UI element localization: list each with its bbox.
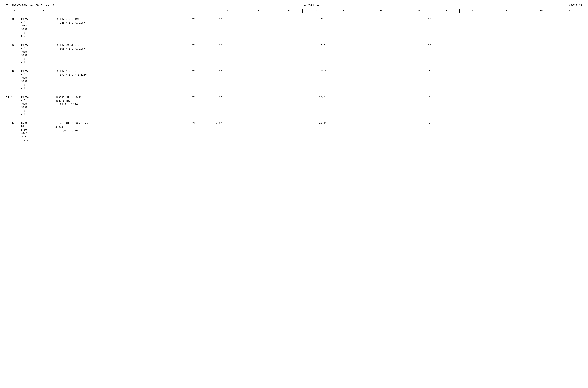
col3-line1: Провод ПВ8-0,66 кВ: [55, 95, 181, 99]
row-col2: I5-09 т.8- -088 ССРСЦ ч.у т.2: [20, 17, 55, 38]
row-number: 40: [6, 69, 20, 72]
row-val13: 80: [412, 17, 447, 20]
col3-line2: 605 х I,2 хI,I26=: [55, 47, 181, 51]
row-val12: -: [389, 43, 412, 46]
row-val6: -: [233, 95, 256, 98]
col3-line1: То же, 8х25+IхI6: [55, 43, 181, 47]
header-right-text: 19463-29: [569, 4, 582, 7]
row-val12: -: [389, 95, 412, 98]
row-val10: -: [343, 69, 366, 72]
table-row: 88 I5-09 т.8- -088 ССРСЦ ч.у т.2 То же, …: [6, 15, 582, 40]
row-col3: Провод ПВ8-0,66 кВ сеч. I мм2 29,5 х I,I…: [55, 95, 182, 106]
table-row: 40 I5-09 т.8- -038 ССРСЦ ч.у, т.2 То же,…: [6, 67, 582, 92]
col-header-7: 7: [303, 9, 330, 13]
row-val10: -: [343, 121, 366, 124]
row-val6: -: [233, 17, 256, 20]
data-rows-container: 88 I5-09 т.8- -088 ССРСЦ ч.у т.2 То же, …: [6, 15, 582, 144]
row-val10: -: [343, 17, 366, 20]
col-header-15: 15: [555, 9, 582, 13]
col-header-6: 6: [275, 9, 303, 13]
row-val9: 8I8: [303, 43, 343, 46]
column-header-table: 1 2 3 4 5 6 7 8 9 10 11 12 13 14 15: [6, 9, 582, 13]
col3-line1: То же, 8 х 6+Iх4: [55, 17, 181, 21]
row-unit: км: [182, 69, 205, 72]
row-col2: I5-09 т.8- -088 ССРСЦ ч.у т.2: [20, 43, 55, 64]
row-col3: То же, 8 х 6+Iх4 245 х I,2 хI,I26=: [55, 17, 182, 25]
row-val8: -: [280, 69, 303, 72]
row-val10: -: [343, 43, 366, 46]
col-header-10: 10: [405, 9, 432, 13]
row-unit: км: [182, 121, 205, 124]
row-val6: -: [233, 43, 256, 46]
row-val11: -: [366, 69, 389, 72]
row-val6: -: [233, 69, 256, 72]
col-header-8: 8: [330, 9, 357, 13]
corner-mark-icon: [6, 4, 8, 7]
table-row: 89 I5-09 т.8- -088 ССРСЦ ч.у т.2 То же, …: [6, 41, 582, 66]
col3-line2: 2 мм2: [55, 125, 181, 129]
row-val11: -: [366, 17, 389, 20]
header-left-text: 908-I-200. Ал.I8.5, нн. 8: [11, 4, 54, 7]
row-val11: -: [366, 43, 389, 46]
row-val10: -: [343, 95, 366, 98]
col3-line1: То же, 4 х 2,5: [55, 69, 181, 73]
row-val5: 0,09: [205, 17, 234, 20]
col-header-12: 12: [459, 9, 487, 13]
col3-line3: 29,5 х I,II6 =: [55, 103, 181, 106]
row-val13: 2: [412, 121, 447, 124]
row-val13: I32: [412, 69, 447, 72]
col-header-9: 9: [357, 9, 405, 13]
header-left: 908-I-200. Ал.I8.5, нн. 8: [6, 4, 54, 7]
header-row: 1 2 3 4 5 6 7 8 9 10 11 12 13 14 15: [6, 9, 582, 13]
row-val6: -: [233, 121, 256, 124]
col-header-11: 11: [432, 9, 459, 13]
row-unit: км: [182, 43, 205, 46]
col-header-2: 2: [23, 9, 64, 13]
row-val11: -: [366, 95, 389, 98]
row-val12: -: [389, 69, 412, 72]
row-val8: -: [280, 17, 303, 20]
col3-line2: 245 х I,2 хI,I26=: [55, 21, 181, 25]
row-val8: -: [280, 121, 303, 124]
col-header-14: 14: [528, 9, 555, 13]
row-col2: I5-09/ т.5- -078 ССРСЦ ч.у т.8: [20, 95, 55, 116]
col3-line2: сеч. I мм2: [55, 99, 181, 103]
col-header-5: 5: [241, 9, 275, 13]
header-center-text: — 243 —: [304, 4, 319, 7]
col-header-1: 1: [6, 9, 23, 13]
row-val12: -: [389, 17, 412, 20]
row-val5: 0,07: [205, 121, 234, 124]
row-val5: 0,02: [205, 95, 234, 98]
row-col2: I5-09 т.8- -038 ССРСЦ ч.у, т.2: [20, 69, 55, 90]
row-number: 88: [6, 17, 20, 20]
row-number: 89: [6, 43, 20, 46]
row-unit: км: [182, 95, 205, 98]
col3-line2: I70 х I,8 х I,I26=: [55, 73, 181, 77]
row-val9: 28,44: [303, 121, 343, 124]
col-header-4: 4: [214, 9, 241, 13]
row-val5: 0,06: [205, 43, 234, 46]
row-val9: 82,92: [303, 95, 343, 98]
row-val5: 0,58: [205, 69, 234, 72]
row-val8: -: [280, 43, 303, 46]
row-number: 4II4: [6, 95, 20, 98]
row-val7: -: [257, 43, 280, 46]
col-header-3: 3: [64, 9, 214, 13]
row-val13: 49: [412, 43, 447, 46]
row-val9: 248,8: [303, 69, 343, 72]
row-val11: -: [366, 121, 389, 124]
table-row: 42 I5-09/ I4 т.50- -077 ССРСЦ ч.у т.8 То…: [6, 119, 582, 144]
col3-line3: 2I,0 х I,II6=: [55, 129, 181, 133]
row-col2: I5-09/ I4 т.50- -077 ССРСЦ ч.у т.8: [20, 121, 55, 142]
row-val7: -: [257, 95, 280, 98]
row-val7: -: [257, 17, 280, 20]
row-col3: То же, АПВ-0,66 кВ сеч. 2 мм2 2I,0 х I,I…: [55, 121, 182, 133]
row-val9: 38I: [303, 17, 343, 20]
row-col3: То же, 4 х 2,5 I70 х I,8 х I,I26=: [55, 69, 182, 77]
page-header: 908-I-200. Ал.I8.5, нн. 8 — 243 — 19463-…: [6, 4, 582, 7]
row-val7: -: [257, 69, 280, 72]
col3-line1: То же, АПВ-0,66 кВ сеч.: [55, 121, 181, 125]
col-header-13: 13: [487, 9, 528, 13]
row-number: 42: [6, 121, 20, 124]
row-unit: км: [182, 17, 205, 20]
